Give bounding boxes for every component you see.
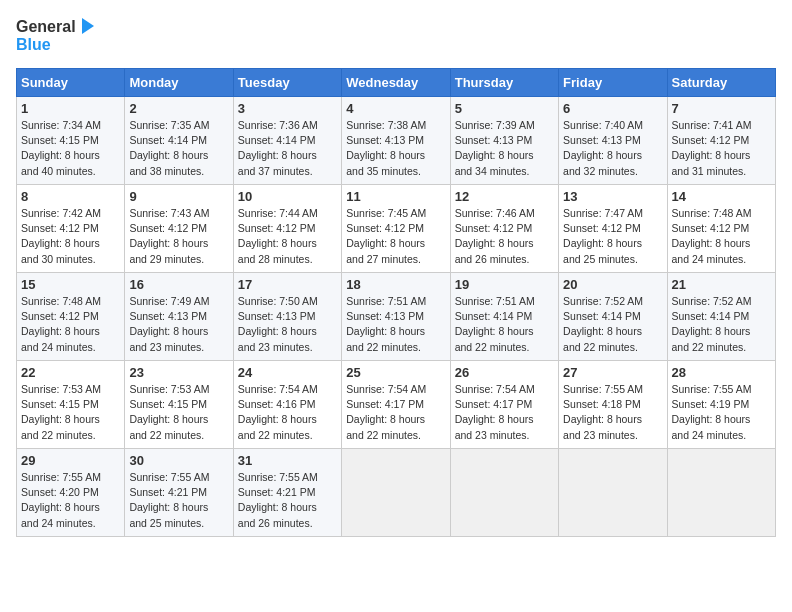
day-info: Sunrise: 7:34 AMSunset: 4:15 PMDaylight:… xyxy=(21,118,120,179)
calendar-cell: 23Sunrise: 7:53 AMSunset: 4:15 PMDayligh… xyxy=(125,361,233,449)
day-info: Sunrise: 7:50 AMSunset: 4:13 PMDaylight:… xyxy=(238,294,337,355)
day-info: Sunrise: 7:54 AMSunset: 4:16 PMDaylight:… xyxy=(238,382,337,443)
calendar-cell: 20Sunrise: 7:52 AMSunset: 4:14 PMDayligh… xyxy=(559,273,667,361)
day-info: Sunrise: 7:46 AMSunset: 4:12 PMDaylight:… xyxy=(455,206,554,267)
calendar-cell: 11Sunrise: 7:45 AMSunset: 4:12 PMDayligh… xyxy=(342,185,450,273)
calendar-cell: 26Sunrise: 7:54 AMSunset: 4:17 PMDayligh… xyxy=(450,361,558,449)
calendar-cell: 2Sunrise: 7:35 AMSunset: 4:14 PMDaylight… xyxy=(125,97,233,185)
day-number: 8 xyxy=(21,189,120,204)
calendar-cell: 4Sunrise: 7:38 AMSunset: 4:13 PMDaylight… xyxy=(342,97,450,185)
calendar-cell: 22Sunrise: 7:53 AMSunset: 4:15 PMDayligh… xyxy=(17,361,125,449)
calendar-cell xyxy=(667,449,775,537)
day-info: Sunrise: 7:43 AMSunset: 4:12 PMDaylight:… xyxy=(129,206,228,267)
day-info: Sunrise: 7:38 AMSunset: 4:13 PMDaylight:… xyxy=(346,118,445,179)
day-number: 1 xyxy=(21,101,120,116)
calendar-cell: 6Sunrise: 7:40 AMSunset: 4:13 PMDaylight… xyxy=(559,97,667,185)
day-number: 20 xyxy=(563,277,662,292)
day-number: 23 xyxy=(129,365,228,380)
calendar-cell xyxy=(450,449,558,537)
day-number: 22 xyxy=(21,365,120,380)
day-number: 14 xyxy=(672,189,771,204)
logo: GeneralBlue xyxy=(16,16,96,56)
calendar-cell: 29Sunrise: 7:55 AMSunset: 4:20 PMDayligh… xyxy=(17,449,125,537)
day-info: Sunrise: 7:48 AMSunset: 4:12 PMDaylight:… xyxy=(21,294,120,355)
page-header: GeneralBlue xyxy=(16,16,776,56)
day-number: 30 xyxy=(129,453,228,468)
day-info: Sunrise: 7:53 AMSunset: 4:15 PMDaylight:… xyxy=(129,382,228,443)
calendar-week-row: 1Sunrise: 7:34 AMSunset: 4:15 PMDaylight… xyxy=(17,97,776,185)
weekday-header: Sunday xyxy=(17,69,125,97)
day-number: 9 xyxy=(129,189,228,204)
calendar-week-row: 29Sunrise: 7:55 AMSunset: 4:20 PMDayligh… xyxy=(17,449,776,537)
calendar-cell: 25Sunrise: 7:54 AMSunset: 4:17 PMDayligh… xyxy=(342,361,450,449)
calendar-week-row: 8Sunrise: 7:42 AMSunset: 4:12 PMDaylight… xyxy=(17,185,776,273)
weekday-header: Wednesday xyxy=(342,69,450,97)
calendar-cell: 14Sunrise: 7:48 AMSunset: 4:12 PMDayligh… xyxy=(667,185,775,273)
day-number: 6 xyxy=(563,101,662,116)
day-info: Sunrise: 7:49 AMSunset: 4:13 PMDaylight:… xyxy=(129,294,228,355)
day-info: Sunrise: 7:55 AMSunset: 4:18 PMDaylight:… xyxy=(563,382,662,443)
day-number: 10 xyxy=(238,189,337,204)
day-number: 4 xyxy=(346,101,445,116)
calendar-cell: 24Sunrise: 7:54 AMSunset: 4:16 PMDayligh… xyxy=(233,361,341,449)
calendar-cell: 9Sunrise: 7:43 AMSunset: 4:12 PMDaylight… xyxy=(125,185,233,273)
weekday-header: Saturday xyxy=(667,69,775,97)
calendar-cell: 17Sunrise: 7:50 AMSunset: 4:13 PMDayligh… xyxy=(233,273,341,361)
weekday-header-row: SundayMondayTuesdayWednesdayThursdayFrid… xyxy=(17,69,776,97)
day-info: Sunrise: 7:51 AMSunset: 4:13 PMDaylight:… xyxy=(346,294,445,355)
calendar-cell: 27Sunrise: 7:55 AMSunset: 4:18 PMDayligh… xyxy=(559,361,667,449)
day-number: 25 xyxy=(346,365,445,380)
calendar-cell: 7Sunrise: 7:41 AMSunset: 4:12 PMDaylight… xyxy=(667,97,775,185)
day-number: 24 xyxy=(238,365,337,380)
calendar-week-row: 15Sunrise: 7:48 AMSunset: 4:12 PMDayligh… xyxy=(17,273,776,361)
day-info: Sunrise: 7:55 AMSunset: 4:21 PMDaylight:… xyxy=(238,470,337,531)
day-info: Sunrise: 7:51 AMSunset: 4:14 PMDaylight:… xyxy=(455,294,554,355)
calendar-cell: 12Sunrise: 7:46 AMSunset: 4:12 PMDayligh… xyxy=(450,185,558,273)
weekday-header: Thursday xyxy=(450,69,558,97)
calendar-cell: 1Sunrise: 7:34 AMSunset: 4:15 PMDaylight… xyxy=(17,97,125,185)
day-info: Sunrise: 7:55 AMSunset: 4:21 PMDaylight:… xyxy=(129,470,228,531)
calendar-cell: 13Sunrise: 7:47 AMSunset: 4:12 PMDayligh… xyxy=(559,185,667,273)
day-number: 17 xyxy=(238,277,337,292)
calendar-cell: 28Sunrise: 7:55 AMSunset: 4:19 PMDayligh… xyxy=(667,361,775,449)
day-number: 27 xyxy=(563,365,662,380)
day-info: Sunrise: 7:44 AMSunset: 4:12 PMDaylight:… xyxy=(238,206,337,267)
calendar-table: SundayMondayTuesdayWednesdayThursdayFrid… xyxy=(16,68,776,537)
day-number: 28 xyxy=(672,365,771,380)
day-number: 26 xyxy=(455,365,554,380)
logo-svg: GeneralBlue xyxy=(16,16,96,56)
day-number: 7 xyxy=(672,101,771,116)
calendar-cell: 5Sunrise: 7:39 AMSunset: 4:13 PMDaylight… xyxy=(450,97,558,185)
day-info: Sunrise: 7:35 AMSunset: 4:14 PMDaylight:… xyxy=(129,118,228,179)
calendar-cell: 19Sunrise: 7:51 AMSunset: 4:14 PMDayligh… xyxy=(450,273,558,361)
calendar-cell: 21Sunrise: 7:52 AMSunset: 4:14 PMDayligh… xyxy=(667,273,775,361)
calendar-cell: 31Sunrise: 7:55 AMSunset: 4:21 PMDayligh… xyxy=(233,449,341,537)
day-info: Sunrise: 7:41 AMSunset: 4:12 PMDaylight:… xyxy=(672,118,771,179)
day-number: 12 xyxy=(455,189,554,204)
svg-text:General: General xyxy=(16,18,76,35)
day-info: Sunrise: 7:47 AMSunset: 4:12 PMDaylight:… xyxy=(563,206,662,267)
calendar-cell xyxy=(342,449,450,537)
day-number: 29 xyxy=(21,453,120,468)
calendar-cell: 10Sunrise: 7:44 AMSunset: 4:12 PMDayligh… xyxy=(233,185,341,273)
calendar-week-row: 22Sunrise: 7:53 AMSunset: 4:15 PMDayligh… xyxy=(17,361,776,449)
day-info: Sunrise: 7:54 AMSunset: 4:17 PMDaylight:… xyxy=(346,382,445,443)
day-info: Sunrise: 7:48 AMSunset: 4:12 PMDaylight:… xyxy=(672,206,771,267)
day-info: Sunrise: 7:36 AMSunset: 4:14 PMDaylight:… xyxy=(238,118,337,179)
day-info: Sunrise: 7:45 AMSunset: 4:12 PMDaylight:… xyxy=(346,206,445,267)
day-number: 13 xyxy=(563,189,662,204)
calendar-body: 1Sunrise: 7:34 AMSunset: 4:15 PMDaylight… xyxy=(17,97,776,537)
day-number: 3 xyxy=(238,101,337,116)
day-number: 5 xyxy=(455,101,554,116)
day-number: 19 xyxy=(455,277,554,292)
day-number: 18 xyxy=(346,277,445,292)
day-info: Sunrise: 7:53 AMSunset: 4:15 PMDaylight:… xyxy=(21,382,120,443)
svg-text:Blue: Blue xyxy=(16,36,51,53)
calendar-cell: 16Sunrise: 7:49 AMSunset: 4:13 PMDayligh… xyxy=(125,273,233,361)
day-info: Sunrise: 7:52 AMSunset: 4:14 PMDaylight:… xyxy=(672,294,771,355)
calendar-cell: 15Sunrise: 7:48 AMSunset: 4:12 PMDayligh… xyxy=(17,273,125,361)
day-number: 31 xyxy=(238,453,337,468)
calendar-cell xyxy=(559,449,667,537)
day-info: Sunrise: 7:40 AMSunset: 4:13 PMDaylight:… xyxy=(563,118,662,179)
calendar-cell: 3Sunrise: 7:36 AMSunset: 4:14 PMDaylight… xyxy=(233,97,341,185)
